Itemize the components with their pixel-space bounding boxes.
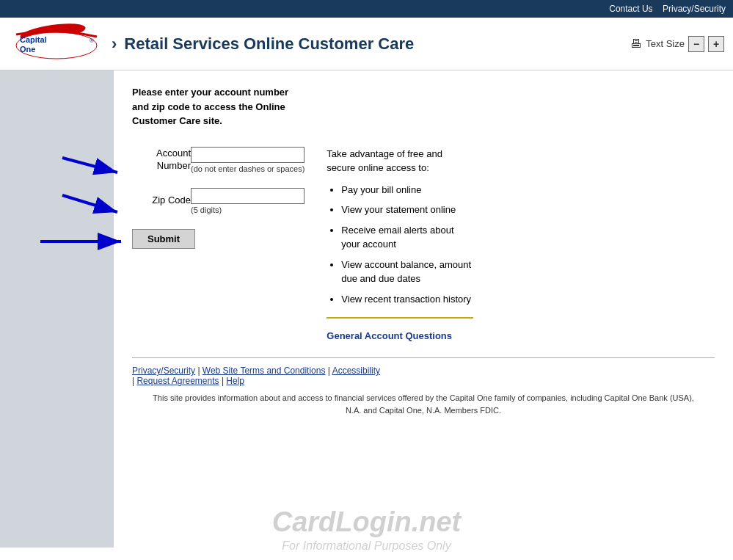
list-item: View recent transaction history xyxy=(341,292,473,307)
text-size-label: Text Size xyxy=(646,38,685,49)
privacy-security-link[interactable]: Privacy/Security xyxy=(663,4,726,14)
form-section: Account Number (do not enter dashes or s… xyxy=(132,147,304,249)
footer-links: Privacy/Security | Web Site Terms and Co… xyxy=(132,366,715,386)
header-left: Capital One ® › Retail Services Online C… xyxy=(9,23,414,64)
breadcrumb-separator: › xyxy=(112,34,117,54)
form-benefits-row: Account Number (do not enter dashes or s… xyxy=(132,147,715,343)
benefits-section: Take advantage of free and secure online… xyxy=(327,147,473,343)
account-number-input[interactable] xyxy=(191,147,304,163)
footer-help-link[interactable]: Help xyxy=(226,376,244,386)
account-number-label: Account Number xyxy=(132,148,191,172)
list-item: Receive email alerts about your account xyxy=(341,223,473,252)
list-item: View account balance, amount due and due… xyxy=(341,258,473,286)
sidebar xyxy=(0,70,114,548)
capital-one-logo: Capital One ® xyxy=(9,23,104,64)
svg-text:One: One xyxy=(20,45,35,54)
page-title: Retail Services Online Customer Care xyxy=(124,34,414,54)
footer-request-agreements-link[interactable]: Request Agreements xyxy=(136,376,219,386)
footer-disclaimer: This site provides information about and… xyxy=(132,392,715,416)
header: Capital One ® › Retail Services Online C… xyxy=(0,18,733,70)
arrow-submit-icon xyxy=(33,230,128,252)
account-number-field-group: (do not enter dashes or spaces) xyxy=(191,147,304,173)
zip-code-label: Zip Code xyxy=(132,194,191,207)
zip-code-hint: (5 digits) xyxy=(191,206,304,214)
list-item: Pay your bill online xyxy=(341,183,473,197)
benefits-title: Take advantage of free and secure online… xyxy=(327,147,473,175)
decrease-text-button[interactable]: − xyxy=(688,36,704,52)
benefits-list: Pay your bill online View your statement… xyxy=(341,183,473,307)
footer-divider xyxy=(132,357,715,358)
top-navigation: Contact Us Privacy/Security xyxy=(0,0,733,18)
submit-button[interactable]: Submit xyxy=(132,229,195,249)
main-content: Please enter your account number and zip… xyxy=(114,70,733,548)
zip-code-input[interactable] xyxy=(191,188,304,204)
arrow-zip-icon xyxy=(55,192,128,221)
arrow-account-icon xyxy=(55,150,128,180)
footer-privacy-link[interactable]: Privacy/Security xyxy=(132,366,195,376)
print-icon[interactable]: 🖶 xyxy=(630,37,642,51)
intro-text: Please enter your account number and zip… xyxy=(132,85,293,128)
increase-text-button[interactable]: + xyxy=(708,36,724,52)
account-number-hint: (do not enter dashes or spaces) xyxy=(191,164,304,173)
contact-us-link[interactable]: Contact Us xyxy=(609,4,652,14)
footer-terms-link[interactable]: Web Site Terms and Conditions xyxy=(203,366,326,376)
svg-text:®: ® xyxy=(90,37,94,44)
layout: Please enter your account number and zip… xyxy=(0,70,733,548)
text-size-controls: 🖶 Text Size − + xyxy=(630,36,724,52)
submit-row: Submit xyxy=(132,229,304,249)
logo-area: Capital One ® xyxy=(9,23,104,64)
list-item: View your statement online xyxy=(341,203,473,217)
zip-code-field-group: (5 digits) xyxy=(191,188,304,214)
footer-accessibility-link[interactable]: Accessibility xyxy=(332,366,380,376)
svg-text:Capital: Capital xyxy=(20,35,47,44)
general-account-questions-link[interactable]: General Account Questions xyxy=(327,330,473,343)
benefits-divider xyxy=(327,317,473,319)
